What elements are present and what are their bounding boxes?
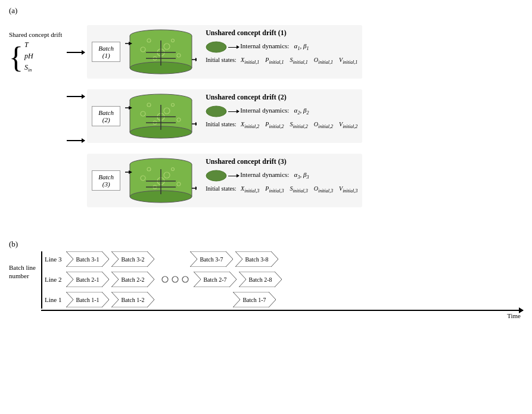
svg-point-72	[162, 276, 168, 282]
leaf-icon-3	[206, 170, 227, 182]
batch-1-unshared-title: Unshared concept drift (1)	[206, 29, 357, 38]
section-a-label: (a)	[9, 6, 523, 15]
line1-label: Line 1	[45, 296, 66, 303]
var-T: T	[24, 39, 33, 51]
shared-concept-title: Shared concept drift	[9, 31, 62, 38]
three-circles	[160, 273, 190, 285]
batch-1-7-shape: Batch 1-7	[233, 292, 276, 307]
batch-2-left: Batch(2)	[92, 93, 197, 139]
line3-label: Line 3	[45, 256, 66, 263]
svg-text:Batch 3-7: Batch 3-7	[200, 256, 223, 263]
batch-2-block: Batch(2)	[87, 89, 362, 143]
batch-2-right-info: Unshared concept drift (2) Internal dyna…	[206, 93, 357, 129]
batch-2-initial-states: Initial states: Xinitial,2 Pinitial,2 Si…	[206, 121, 357, 129]
chart-content: Line 3 Batch 3-1 Batch 3-2 ​	[41, 251, 523, 319]
var-pH: pH	[24, 51, 33, 62]
batch-1-dynamics-label: Internal dynamics: α1, β1	[240, 42, 309, 51]
y-axis-line	[41, 251, 42, 309]
batch-3-right-info: Unshared concept drift (3) Internal dyna…	[206, 157, 357, 194]
time-label: Time	[41, 312, 523, 319]
svg-text:Batch 1-7: Batch 1-7	[242, 297, 266, 303]
batch-1-block: Batch(1)	[87, 25, 362, 79]
batch-3-dynamics-label: Internal dynamics: α3, β3	[240, 171, 309, 180]
svg-marker-38	[195, 122, 197, 126]
batch-2-label: Batch(2)	[92, 106, 120, 126]
leaf-icon-1	[206, 41, 227, 53]
svg-marker-58	[195, 186, 197, 190]
timeline-row-line3: Line 3 Batch 3-1 Batch 3-2 ​	[41, 251, 523, 267]
circle-dots-line2	[160, 273, 190, 285]
timeline-area: Batch linenumber Line 3 Batch 3-1	[9, 251, 523, 319]
batch-1-initial-states: Initial states: Xinitial,1 Pinitial,1 Si…	[206, 57, 357, 65]
shared-arrows	[67, 52, 85, 141]
svg-text:Batch 2-1: Batch 2-1	[76, 276, 99, 283]
svg-point-19	[206, 42, 226, 52]
section-a: Shared concept drift { T pH Sin	[9, 19, 523, 234]
batch-2-dynamics-label: Internal dynamics: α2, β2	[240, 107, 309, 116]
svg-text:Batch 1-2: Batch 1-2	[121, 297, 144, 303]
y-axis-label: Batch linenumber	[9, 263, 39, 319]
bioreactor-2-svg	[125, 93, 197, 139]
svg-text:Batch 3-1: Batch 3-1	[76, 256, 99, 263]
bioreactor-1-svg	[125, 29, 197, 75]
line2-label: Line 2	[45, 276, 66, 283]
batch-1-label: Batch(1)	[92, 42, 120, 62]
brace-symbol: {	[9, 42, 23, 72]
batch-1-2-shape: Batch 1-2	[111, 292, 154, 307]
svg-point-59	[206, 170, 226, 181]
batch-3-dynamics-row: Internal dynamics: α3, β3	[206, 170, 357, 182]
batches-column: Batch(1)	[87, 25, 362, 218]
var-Sin: Sin	[24, 62, 33, 74]
svg-point-73	[172, 276, 178, 282]
timeline-row-line2: Line 2 Batch 2-1 Batch 2-2	[41, 272, 523, 287]
svg-point-74	[182, 276, 188, 282]
batch-1-dynamics-row: Internal dynamics: α1, β1	[206, 41, 357, 53]
batch-3-unshared-title: Unshared concept drift (3)	[206, 157, 357, 166]
batch-2-7-shape: Batch 2-7	[194, 272, 237, 287]
batch-1-left: Batch(1)	[92, 29, 197, 75]
x-axis-arrow	[519, 307, 524, 313]
svg-text:Batch 3-8: Batch 3-8	[245, 256, 268, 263]
svg-text:Batch 3-2: Batch 3-2	[121, 256, 144, 263]
svg-text:Batch 2-8: Batch 2-8	[248, 276, 272, 283]
batch-3-8-shape: Batch 3-8	[235, 251, 278, 267]
shared-brace: { T pH Sin	[9, 39, 33, 75]
batch-2-2-shape: Batch 2-2	[111, 272, 154, 287]
batch-1-right-info: Unshared concept drift (1) Internal dyna…	[206, 29, 357, 65]
svg-text:Batch 1-1: Batch 1-1	[76, 297, 99, 303]
batch-3-initial-states: Initial states: Xinitial,3 Pinitial,3 Si…	[206, 185, 357, 194]
svg-point-39	[206, 106, 226, 117]
timeline-row-line1: Line 1 Batch 1-1 Batch 1-2 Batch 1-7	[41, 292, 523, 307]
batch-2-dynamics-row: Internal dynamics: α2, β2	[206, 105, 357, 117]
batch-1-1-shape: Batch 1-1	[66, 292, 109, 307]
bioreactor-3-svg	[125, 157, 197, 204]
batch-3-1-shape: Batch 3-1	[66, 251, 109, 267]
x-axis	[41, 310, 523, 311]
batch-3-block: Batch(3)	[87, 154, 362, 207]
section-b-label: (b)	[9, 239, 523, 249]
svg-text:Batch 2-2: Batch 2-2	[121, 276, 144, 283]
svg-marker-18	[195, 58, 197, 61]
main-container: (a) Shared concept drift { T pH Sin	[0, 0, 532, 414]
batch-3-left: Batch(3)	[92, 157, 197, 204]
batch-2-8-shape: Batch 2-8	[239, 272, 282, 287]
batch-2-unshared-title: Unshared concept drift (2)	[206, 93, 357, 102]
shared-variables: T pH Sin	[24, 39, 33, 75]
batch-2-1-shape: Batch 2-1	[66, 272, 109, 287]
leaf-icon-2	[206, 105, 227, 117]
batch-3-7-shape: Batch 3-7	[190, 251, 233, 267]
batch-3-label: Batch(3)	[92, 170, 120, 191]
batch-3-2-shape: Batch 3-2	[111, 251, 154, 267]
section-b: Batch linenumber Line 3 Batch 3-1	[9, 251, 523, 319]
svg-text:Batch 2-7: Batch 2-7	[203, 276, 226, 283]
shared-concept-block: Shared concept drift { T pH Sin	[9, 31, 62, 75]
